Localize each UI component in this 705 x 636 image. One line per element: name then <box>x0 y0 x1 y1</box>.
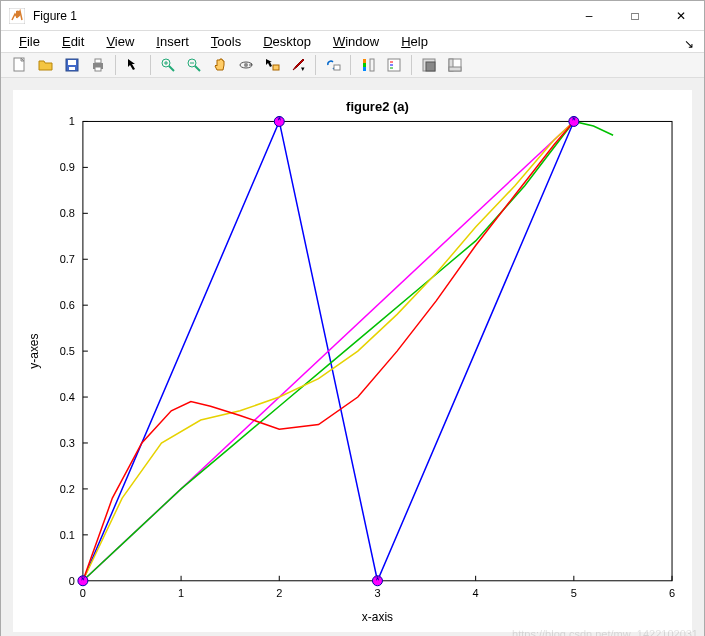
toolbar: ▾ <box>1 52 704 78</box>
zoom-out-icon <box>186 57 202 73</box>
svg-text:0.7: 0.7 <box>60 253 75 265</box>
print-button[interactable] <box>85 53 111 77</box>
figure-area: 012345600.10.20.30.40.50.60.70.80.91****… <box>1 78 704 636</box>
data-cursor-button[interactable] <box>259 53 285 77</box>
separator <box>411 55 412 75</box>
brush-icon: ▾ <box>290 57 306 73</box>
svg-text:*: * <box>277 114 282 128</box>
svg-text:0.9: 0.9 <box>60 161 75 173</box>
svg-text:0.3: 0.3 <box>60 437 75 449</box>
svg-rect-23 <box>370 59 374 71</box>
svg-rect-3 <box>68 60 76 65</box>
chart-svg: 012345600.10.20.30.40.50.60.70.80.91****… <box>13 90 692 632</box>
svg-rect-24 <box>388 59 400 71</box>
svg-rect-29 <box>426 62 435 71</box>
svg-rect-7 <box>95 67 101 71</box>
rotate3d-button[interactable] <box>233 53 259 77</box>
insert-legend-button[interactable] <box>381 53 407 77</box>
link-icon <box>325 57 341 73</box>
minimize-button[interactable]: – <box>566 1 612 31</box>
svg-text:2: 2 <box>276 587 282 599</box>
svg-text:x-axis: x-axis <box>362 610 393 624</box>
cursor-data-icon <box>264 57 280 73</box>
svg-text:0.2: 0.2 <box>60 483 75 495</box>
colorbar-icon <box>360 57 376 73</box>
svg-rect-21 <box>363 59 366 63</box>
maximize-button[interactable]: □ <box>612 1 658 31</box>
menu-view[interactable]: View <box>96 31 144 52</box>
svg-rect-33 <box>83 121 672 580</box>
separator <box>350 55 351 75</box>
print-icon <box>90 57 106 73</box>
new-figure-button[interactable] <box>7 53 33 77</box>
brush-button[interactable]: ▾ <box>285 53 311 77</box>
svg-text:0.6: 0.6 <box>60 299 75 311</box>
hide-plot-tools-button[interactable] <box>416 53 442 77</box>
separator <box>115 55 116 75</box>
svg-rect-32 <box>449 67 461 71</box>
new-file-icon <box>12 57 28 73</box>
svg-text:y-axes: y-axes <box>27 333 41 368</box>
zoom-out-button[interactable] <box>181 53 207 77</box>
zoom-in-icon <box>160 57 176 73</box>
zoom-in-button[interactable] <box>155 53 181 77</box>
svg-line-13 <box>195 66 200 71</box>
insert-colorbar-button[interactable] <box>355 53 381 77</box>
window-title: Figure 1 <box>33 9 566 23</box>
menu-window[interactable]: Window <box>323 31 389 52</box>
figure-window: Figure 1 – □ ✕ File Edit View Insert Too… <box>0 0 705 636</box>
open-button[interactable] <box>33 53 59 77</box>
show-icon <box>447 57 463 73</box>
menu-tools[interactable]: Tools <box>201 31 251 52</box>
window-controls: – □ ✕ <box>566 1 704 31</box>
axes[interactable]: 012345600.10.20.30.40.50.60.70.80.91****… <box>13 90 692 632</box>
svg-rect-4 <box>69 67 75 70</box>
svg-text:figure2 (a): figure2 (a) <box>346 99 409 114</box>
svg-text:0: 0 <box>80 587 86 599</box>
close-button[interactable]: ✕ <box>658 1 704 31</box>
svg-text:*: * <box>375 574 380 588</box>
svg-text:*: * <box>572 114 577 128</box>
pan-button[interactable] <box>207 53 233 77</box>
svg-text:5: 5 <box>571 587 577 599</box>
svg-text:6: 6 <box>669 587 675 599</box>
hand-icon <box>212 57 228 73</box>
svg-text:*: * <box>81 574 86 588</box>
hide-icon <box>421 57 437 73</box>
svg-text:0.5: 0.5 <box>60 345 75 357</box>
menu-insert[interactable]: Insert <box>146 31 199 52</box>
svg-point-16 <box>244 63 248 67</box>
show-plot-tools-button[interactable] <box>442 53 468 77</box>
dock-arrow-icon[interactable]: ↘ <box>684 37 694 51</box>
svg-rect-22 <box>363 63 366 67</box>
svg-text:▾: ▾ <box>301 65 305 72</box>
menubar: File Edit View Insert Tools Desktop Wind… <box>1 31 704 52</box>
folder-open-icon <box>38 57 54 73</box>
separator <box>315 55 316 75</box>
svg-text:0.1: 0.1 <box>60 529 75 541</box>
svg-text:1: 1 <box>178 587 184 599</box>
rotate-icon <box>238 57 254 73</box>
separator <box>150 55 151 75</box>
save-button[interactable] <box>59 53 85 77</box>
menu-desktop[interactable]: Desktop <box>253 31 321 52</box>
svg-text:0.4: 0.4 <box>60 391 75 403</box>
svg-text:0: 0 <box>69 575 75 587</box>
menu-file[interactable]: File <box>9 31 50 52</box>
svg-text:3: 3 <box>374 587 380 599</box>
svg-text:1: 1 <box>69 115 75 127</box>
svg-rect-17 <box>273 65 279 70</box>
matlab-icon <box>9 8 25 24</box>
save-icon <box>64 57 80 73</box>
legend-icon <box>386 57 402 73</box>
menu-edit[interactable]: Edit <box>52 31 94 52</box>
arrow-icon <box>125 57 141 73</box>
svg-rect-19 <box>334 65 340 70</box>
svg-rect-6 <box>95 59 101 63</box>
svg-line-9 <box>169 66 174 71</box>
menu-help[interactable]: Help <box>391 31 438 52</box>
svg-text:4: 4 <box>473 587 479 599</box>
link-data-button[interactable] <box>320 53 346 77</box>
titlebar: Figure 1 – □ ✕ <box>1 1 704 31</box>
edit-plot-button[interactable] <box>120 53 146 77</box>
